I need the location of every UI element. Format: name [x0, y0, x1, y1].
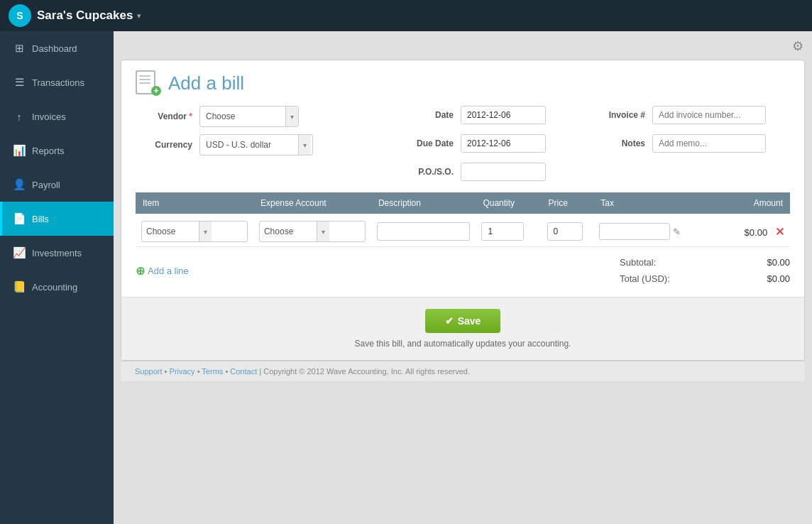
privacy-link[interactable]: Privacy: [170, 367, 195, 376]
accounting-icon: 📒: [12, 280, 26, 294]
currency-select-arrow-icon: ▾: [298, 135, 311, 155]
topbar: S Sara's Cupcakes ▾: [0, 0, 812, 31]
totals-table: Subtotal: $0.00 Total (USD): $0.00: [620, 254, 790, 287]
invoice-field-wrap: Invoice #: [583, 106, 783, 124]
sidebar-item-bills[interactable]: 📄 Bills: [0, 202, 114, 236]
transactions-icon: ☰: [12, 75, 26, 89]
reports-icon: 📊: [12, 143, 26, 158]
sidebar-item-transactions[interactable]: ☰ Transactions: [0, 65, 114, 99]
sidebar-item-invoices[interactable]: ↑ Invoices: [0, 99, 114, 133]
item-select-wrap[interactable]: Choose ▾: [141, 221, 248, 242]
quantity-input[interactable]: [481, 222, 524, 241]
save-label: Save: [458, 315, 481, 327]
tax-input-wrap: ✎: [599, 223, 693, 240]
sidebar-label-accounting: Accounting: [32, 282, 77, 293]
total-value: $0.00: [740, 273, 790, 284]
dashboard-icon: ⊞: [12, 41, 26, 55]
sidebar-item-investments[interactable]: 📈 Investments: [0, 236, 114, 270]
add-bill-card: + Add a bill Vendor * Choose: [121, 60, 805, 361]
date-input[interactable]: [461, 106, 546, 124]
col-item: Item: [136, 192, 253, 214]
item-select[interactable]: Choose: [142, 224, 199, 239]
company-dropdown-icon[interactable]: ▾: [137, 11, 141, 21]
bill-icon: +: [136, 70, 161, 96]
add-line-button[interactable]: ⊕ Add a line: [136, 264, 189, 278]
sidebar-item-accounting[interactable]: 📒 Accounting: [0, 270, 114, 304]
notes-input[interactable]: [652, 134, 766, 153]
sidebar-label-investments: Investments: [32, 248, 82, 258]
page-footer: Support • Privacy • Terms • Contact | Co…: [121, 361, 805, 381]
item-select-arrow-icon: ▾: [199, 222, 212, 241]
invoice-input[interactable]: [652, 106, 766, 124]
invoice-label: Invoice #: [597, 110, 645, 120]
terms-link[interactable]: Terms: [202, 367, 223, 376]
vendor-label: Vendor *: [143, 111, 192, 121]
edit-tax-icon[interactable]: ✎: [673, 226, 681, 237]
add-line-plus-icon: ⊕: [136, 264, 145, 278]
expense-select[interactable]: Choose: [260, 224, 317, 239]
save-description: Save this bill, and automatically update…: [355, 339, 571, 349]
payroll-icon: 👤: [12, 178, 26, 192]
main-layout: ⊞ Dashboard ☰ Transactions ↑ Invoices 📊 …: [0, 31, 812, 524]
date-field-wrap: Date: [398, 106, 583, 124]
tax-input[interactable]: [599, 223, 670, 240]
form-fields: Vendor * Choose ▾ Date: [121, 103, 804, 192]
line-items-table: Item Expense Account Description Quantit…: [136, 192, 790, 247]
vendor-select-wrap[interactable]: Choose ▾: [199, 106, 299, 127]
price-input[interactable]: [547, 222, 583, 241]
table-row: Choose ▾ Choose ▾: [136, 214, 790, 247]
company-name: Sara's Cupcakes: [37, 9, 133, 23]
currency-select-wrap[interactable]: USD - U.S. dollar ▾: [199, 134, 313, 155]
subtotal-value: $0.00: [740, 257, 790, 268]
delete-row-icon[interactable]: ✕: [775, 226, 784, 238]
app-logo: S: [9, 4, 31, 27]
due-date-field-wrap: Due Date: [398, 134, 583, 153]
col-amount: Amount: [698, 192, 790, 214]
add-line-area: ⊕ Add a line Subtotal: $0.00 Total (USD)…: [121, 247, 804, 297]
due-date-label: Due Date: [405, 138, 454, 148]
po-so-label: P.O./S.O.: [405, 167, 454, 177]
subtotal-row: Subtotal: $0.00: [620, 254, 790, 271]
card-footer: ✔ Save Save this bill, and automatically…: [121, 297, 804, 360]
col-description: Description: [371, 192, 476, 214]
due-date-input[interactable]: [461, 134, 546, 153]
support-link[interactable]: Support: [135, 367, 163, 376]
expense-select-wrap[interactable]: Choose ▾: [259, 221, 366, 242]
sidebar-item-dashboard[interactable]: ⊞ Dashboard: [0, 31, 114, 65]
save-checkmark-icon: ✔: [445, 315, 454, 327]
currency-select[interactable]: USD - U.S. dollar: [200, 136, 298, 153]
currency-label: Currency: [143, 140, 192, 150]
po-so-input[interactable]: [461, 163, 546, 181]
sidebar-item-payroll[interactable]: 👤 Payroll: [0, 168, 114, 202]
save-button[interactable]: ✔ Save: [425, 309, 501, 333]
col-tax: Tax: [593, 192, 698, 214]
bill-icon-plus: +: [151, 86, 161, 96]
sidebar-label-dashboard: Dashboard: [32, 43, 77, 54]
subtotal-label: Subtotal:: [620, 257, 656, 268]
sidebar: ⊞ Dashboard ☰ Transactions ↑ Invoices 📊 …: [0, 31, 114, 524]
sidebar-label-transactions: Transactions: [32, 77, 84, 88]
vendor-select[interactable]: Choose: [200, 108, 285, 125]
investments-icon: 📈: [12, 246, 26, 260]
sidebar-item-reports[interactable]: 📊 Reports: [0, 133, 114, 168]
sidebar-label-payroll: Payroll: [32, 180, 60, 190]
item-cell: Choose ▾: [136, 214, 253, 247]
form-row-1: Vendor * Choose ▾ Date: [143, 106, 783, 127]
price-cell: [542, 214, 594, 247]
col-price: Price: [542, 192, 594, 214]
page-title: Add a bill: [168, 72, 244, 94]
expense-select-arrow-icon: ▾: [317, 222, 329, 241]
add-line-label: Add a line: [148, 266, 189, 276]
notes-label: Notes: [597, 138, 645, 148]
col-expense-account: Expense Account: [253, 192, 371, 214]
form-row-3: P.O./S.O.: [143, 163, 783, 181]
description-input[interactable]: [377, 222, 471, 241]
bills-icon: 📄: [12, 212, 26, 226]
currency-field-wrap: Currency USD - U.S. dollar ▾: [143, 134, 398, 155]
description-cell: [371, 214, 476, 247]
settings-button[interactable]: ⚙: [792, 38, 803, 54]
total-label: Total (USD):: [620, 273, 670, 284]
tax-cell: ✎: [593, 214, 698, 247]
contact-link[interactable]: Contact: [230, 367, 257, 376]
copyright-notice: Copyright © 2012 Wave Accounting, Inc. A…: [263, 367, 470, 376]
